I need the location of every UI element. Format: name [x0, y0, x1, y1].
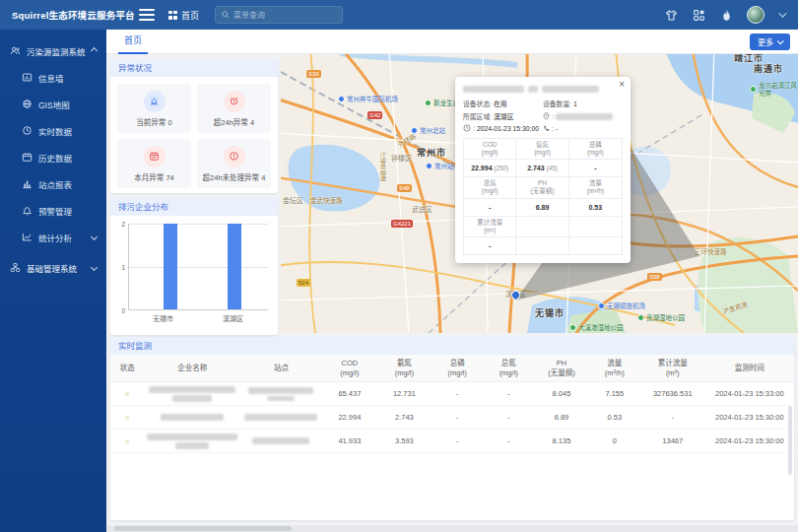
col-status: 状态 — [110, 364, 145, 373]
cell-time: 2024-01-23 15:30:00 — [705, 413, 794, 422]
metric-name: COD — [483, 141, 497, 149]
theme-skin-icon[interactable] — [664, 8, 678, 22]
cell-nh3n: 2.743 — [377, 413, 432, 422]
nav-home[interactable]: 首页 — [168, 9, 199, 22]
sidebar-item-realtime-data[interactable]: 实时数据 — [0, 117, 106, 144]
col-ph: PH — [534, 359, 589, 368]
fullscreen-icon[interactable] — [692, 8, 705, 22]
metric-value: 0.53 — [589, 204, 603, 211]
metric-unit: (mg/l) — [587, 149, 604, 157]
metric-unit: (mg/l) — [482, 187, 499, 195]
stat-card-month-anomaly[interactable]: 本月异常 74 — [117, 139, 191, 188]
stat-card-current-anomaly[interactable]: 当前异常 0 — [117, 84, 191, 133]
realtime-monitor-panel: 实时监测 状态 企业名称 站点 COD(mg/l) 氨氮(mg/l) 总磷(mg… — [110, 337, 794, 520]
table-scrollbar[interactable] — [788, 406, 792, 475]
sidebar: 污染源监测系统 信息墙 GIS地图 实时数据 历史数据 站点报表 预警管理 — [0, 30, 106, 532]
user-menu-chevron-icon[interactable] — [778, 9, 786, 17]
sidebar-item-label: 预警管理 — [38, 205, 72, 217]
bar-chart-icon — [22, 178, 33, 189]
more-button[interactable]: 更多 — [750, 33, 790, 50]
cell-ph: 8.045 — [534, 389, 589, 398]
bar-wuxi — [164, 224, 177, 309]
sidebar-item-history-data[interactable]: 历史数据 — [0, 144, 106, 170]
tab-home[interactable]: 首页 — [118, 30, 148, 54]
cell-time: 2024-01-23 15:33:00 — [705, 389, 794, 398]
x-axis-labels: 无锡市 滨湖区 — [128, 313, 268, 323]
x-tick: 无锡市 — [128, 313, 198, 323]
distribution-panel-title: 排污企业分布 — [110, 198, 278, 216]
cell-cod: 41.933 — [322, 436, 377, 445]
cell-flow: 7.155 — [589, 389, 640, 398]
menu-toggle-icon[interactable] — [139, 9, 155, 21]
col-tn: 总氮 — [483, 359, 534, 368]
siren-icon — [144, 91, 166, 112]
map-poi-scenic: 龙爪岩滨江风光带 — [750, 82, 798, 98]
stat-card-over-24h-unhandled[interactable]: 超24h未处理异常 4 — [197, 139, 271, 188]
sidebar-item-label: 站点报表 — [38, 178, 72, 190]
metric-value: - — [489, 242, 491, 249]
sidebar-item-gis-map[interactable]: GIS地图 — [0, 91, 106, 117]
popup-info: 设备状态: 在用 设备数量: 1 所属区域: 滨湖区 : : 2024-01-2… — [463, 99, 623, 132]
app-logo: Squirrel生态环境云服务平台 — [0, 8, 133, 22]
cell-tp: - — [432, 436, 483, 445]
stat-card-over-24h-anomaly[interactable]: 超24h异常 4 — [197, 84, 271, 133]
popup-title-redacted — [463, 86, 623, 93]
phone-icon — [543, 125, 550, 132]
close-icon[interactable]: × — [619, 80, 625, 90]
popup-phone: - — [556, 125, 558, 132]
sidebar-item-info-wall[interactable]: 信息墙 — [0, 64, 106, 91]
metric-value: - — [594, 165, 596, 171]
map-label-district: 钟楼区 — [391, 153, 412, 163]
metric-value: 22.994 — [471, 165, 492, 171]
globe-icon — [22, 99, 33, 109]
station-name-redacted — [240, 414, 322, 421]
bar-chart: 2 1 0 无锡市 滨湖区 — [128, 224, 268, 326]
region-label: 所属区域: — [463, 111, 492, 121]
sidebar-item-station-reports[interactable]: 站点报表 — [0, 170, 106, 197]
gridline — [129, 267, 268, 268]
map-label-road: 三环快速路 — [695, 246, 727, 256]
road-badge: G4221 — [391, 220, 413, 228]
cell-ph: 6.89 — [534, 413, 589, 422]
device-status-label: 设备状态: — [463, 99, 492, 108]
alarm-clock-icon — [224, 91, 245, 112]
colon: : — [552, 125, 554, 132]
table-row[interactable]: 41.933 3.593 - - 8.135 0 13467 2024-01-2… — [110, 430, 794, 453]
map-canvas[interactable]: 常州市 无锡市 南通市 靖江市 钟楼区 武进区 金坛区 滨湖区 三环快速路 沪宜… — [281, 54, 798, 333]
metric-value: 6.89 — [536, 204, 550, 211]
app-screen: Squirrel生态环境云服务平台 首页 污染源监测系统 信息墙 — [0, 0, 798, 532]
metric-name: 总氮 — [484, 179, 497, 187]
tabbar: 首页 更多 — [106, 30, 798, 54]
cell-nh3n: 12.731 — [377, 389, 432, 398]
table-row[interactable]: 22.994 2.743 - - 6.89 0.53 - 2024-01-23 … — [110, 406, 794, 430]
map-label-city: 常州市 — [417, 146, 446, 159]
map-label-district: 武进区 — [412, 204, 432, 214]
user-avatar[interactable] — [747, 6, 765, 24]
sidebar-group-pollution-monitoring[interactable]: 污染源监测系统 — [0, 37, 106, 64]
sidebar-item-alert-management[interactable]: 预警管理 — [0, 197, 106, 224]
col-cod: COD — [322, 359, 377, 368]
dark-mode-flame-icon[interactable] — [719, 8, 733, 22]
sidebar-group-basic-management[interactable]: 基础管理系统 — [0, 254, 106, 281]
cell-tp: - — [432, 413, 483, 422]
dashboard-icon — [22, 72, 33, 83]
scrollbar-thumb[interactable] — [114, 526, 292, 531]
stat-label: 当前异常 — [136, 118, 166, 127]
region-value: 滨湖区 — [494, 111, 513, 121]
company-name-redacted — [145, 386, 240, 402]
map-label-road: 江宜高速 — [377, 153, 387, 182]
col-tp: 总磷 — [432, 359, 483, 368]
station-popup: × 设备状态: 在用 设备数量: 1 所属区域: 滨湖区 : : 2024-01… — [455, 77, 631, 263]
address-redacted — [556, 113, 613, 120]
map-poi-station: 常州站 — [426, 161, 454, 170]
clock-icon — [22, 125, 33, 136]
topbar: Squirrel生态环境云服务平台 首页 — [0, 0, 798, 30]
sidebar-item-statistics[interactable]: 统计分析 — [0, 224, 106, 250]
metric-standard: (250) — [495, 165, 509, 171]
metric-name: 总磷 — [589, 141, 602, 149]
search-input[interactable] — [233, 11, 336, 20]
chevron-down-icon — [91, 233, 98, 240]
device-count-value: 1 — [573, 100, 577, 107]
table-row[interactable]: 65.437 12.731 - - 8.045 7.155 327636.531… — [110, 382, 794, 406]
menu-search[interactable] — [215, 6, 343, 24]
